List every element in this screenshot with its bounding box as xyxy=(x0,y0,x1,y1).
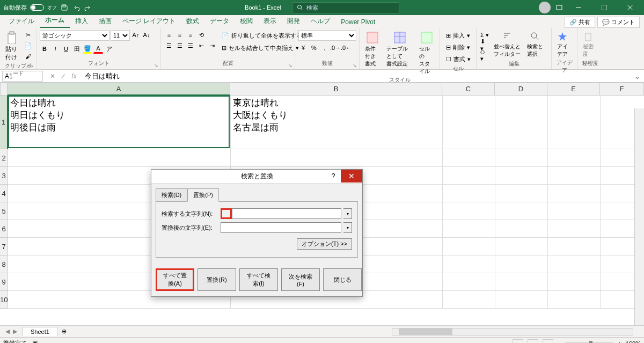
zoom-out-icon[interactable]: − xyxy=(558,340,561,344)
zoom-level[interactable]: 160% xyxy=(626,340,641,344)
conditional-format-button[interactable]: 条件付き 書式 xyxy=(363,30,382,69)
cell[interactable] xyxy=(495,167,548,185)
merge-center-button[interactable]: ⊞ セルを結合して中央揃え ▾ xyxy=(219,42,305,54)
cell[interactable] xyxy=(548,185,601,202)
format-cells-button[interactable]: ☐ 書式 ▾ xyxy=(443,54,473,65)
col-header-E[interactable]: E xyxy=(547,83,600,96)
cell[interactable] xyxy=(548,273,601,291)
cell[interactable] xyxy=(443,238,495,256)
cell[interactable] xyxy=(443,256,495,273)
cell[interactable] xyxy=(443,185,495,202)
align-top-icon[interactable]: ≡ xyxy=(164,30,174,40)
row-header-10[interactable]: 10 xyxy=(0,291,8,309)
col-header-F[interactable]: F xyxy=(600,83,644,96)
cell[interactable] xyxy=(443,167,495,185)
undo-icon[interactable] xyxy=(72,3,80,12)
redo-icon[interactable] xyxy=(84,3,92,12)
cell[interactable] xyxy=(495,256,548,273)
sheet-tab-1[interactable]: Sheet1 xyxy=(23,327,57,336)
align-middle-icon[interactable]: ≡ xyxy=(175,30,185,40)
align-bottom-icon[interactable]: ≡ xyxy=(186,30,195,40)
font-color-icon[interactable]: A xyxy=(93,44,103,54)
clipboard-launcher[interactable]: ↘ xyxy=(30,63,35,68)
sort-filter-button[interactable]: 並べ替えと フィルター xyxy=(492,30,523,59)
col-header-D[interactable]: D xyxy=(495,83,547,96)
cell[interactable] xyxy=(443,202,495,220)
dialog-titlebar[interactable]: 検索と置換 ? ✕ xyxy=(151,170,362,184)
cell-styles-button[interactable]: セルの スタイル xyxy=(417,30,436,76)
replace-button[interactable]: 置換(R) xyxy=(197,268,236,291)
cell[interactable] xyxy=(231,149,443,167)
cell[interactable] xyxy=(548,220,601,238)
col-header-B[interactable]: B xyxy=(230,83,442,96)
page-layout-view-icon[interactable] xyxy=(528,339,538,344)
increase-decimal-icon[interactable]: .0→ xyxy=(331,43,340,53)
col-header-C[interactable]: C xyxy=(442,83,495,96)
idea-button[interactable]: アイ デア xyxy=(555,30,570,59)
row-header-3[interactable]: 3 xyxy=(0,167,8,185)
find-select-button[interactable]: 検索と 選択 xyxy=(525,30,545,59)
cell[interactable] xyxy=(548,291,601,309)
cell[interactable] xyxy=(548,238,601,256)
cell[interactable] xyxy=(443,220,495,238)
select-all-corner[interactable] xyxy=(0,83,8,96)
row-header-4[interactable]: 4 xyxy=(0,185,8,202)
maximize-button[interactable] xyxy=(594,0,615,15)
indent-inc-icon[interactable]: ⇥ xyxy=(207,41,217,50)
ribbon-display-icon[interactable] xyxy=(555,3,564,12)
indent-dec-icon[interactable]: ⇤ xyxy=(196,41,206,50)
tab-home[interactable]: ホーム xyxy=(40,13,70,28)
bold-button[interactable]: B xyxy=(40,44,49,54)
find-next-button[interactable]: 次を検索(F) xyxy=(281,268,320,291)
comma-icon[interactable]: , xyxy=(320,43,330,53)
fill-color-icon[interactable]: 🪣 xyxy=(83,44,92,54)
enter-formula-icon[interactable]: ✓ xyxy=(59,72,68,80)
cell[interactable] xyxy=(548,256,601,273)
italic-button[interactable]: I xyxy=(50,44,60,54)
replace-history-dropdown[interactable]: ▾ xyxy=(343,222,352,233)
font-launcher[interactable]: ↘ xyxy=(154,63,159,68)
tab-page-layout[interactable]: ページ レイアウト xyxy=(117,14,181,28)
cell[interactable]: 東京は晴れ 大阪はくもり 名古屋は雨 xyxy=(231,96,443,149)
cell[interactable] xyxy=(495,220,548,238)
cell[interactable]: 今日は晴れ 明日はくもり 明後日は雨 xyxy=(8,96,231,149)
vertical-scrollbar[interactable] xyxy=(634,108,644,325)
sheet-nav-next-icon[interactable]: ▶ xyxy=(13,328,17,335)
replace-all-button[interactable]: すべて置換(A) xyxy=(156,268,194,291)
increase-font-icon[interactable]: A↑ xyxy=(131,30,141,40)
align-left-icon[interactable]: ☰ xyxy=(164,41,174,50)
cut-icon[interactable]: ✂ xyxy=(23,30,33,40)
tab-help[interactable]: ヘルプ xyxy=(305,14,335,28)
cell[interactable] xyxy=(495,291,548,309)
paste-button[interactable]: 貼り付け xyxy=(3,30,21,62)
cell[interactable] xyxy=(495,185,548,202)
tab-developer[interactable]: 開発 xyxy=(282,14,305,28)
row-header-9[interactable]: 9 xyxy=(0,273,8,291)
replace-with-input[interactable] xyxy=(221,222,341,233)
decrease-decimal-icon[interactable]: .0← xyxy=(341,43,351,53)
options-button[interactable]: オプション(T) >> xyxy=(297,238,352,250)
number-launcher[interactable]: ↘ xyxy=(353,63,358,68)
add-sheet-button[interactable]: ⊕ xyxy=(57,328,71,335)
align-right-icon[interactable]: ☰ xyxy=(186,41,195,50)
sheet-nav-prev-icon[interactable]: ◀ xyxy=(5,328,10,335)
tab-formulas[interactable]: 数式 xyxy=(181,14,204,28)
delete-cells-button[interactable]: ⊟ 削除 ▾ xyxy=(443,42,473,53)
border-icon[interactable]: 田 xyxy=(72,44,82,54)
cell[interactable] xyxy=(443,273,495,291)
horizontal-scrollbar[interactable] xyxy=(392,328,633,335)
close-dialog-button[interactable]: 閉じる xyxy=(323,268,362,291)
cell[interactable] xyxy=(495,273,548,291)
cancel-formula-icon[interactable]: ✕ xyxy=(48,72,57,80)
tab-draw[interactable]: 描画 xyxy=(93,14,117,28)
tab-view[interactable]: 表示 xyxy=(258,14,282,28)
cell[interactable] xyxy=(495,96,548,149)
row-header-2[interactable]: 2 xyxy=(0,149,8,167)
dialog-help-button[interactable]: ? xyxy=(327,170,340,183)
formula-input[interactable] xyxy=(82,71,631,82)
decrease-font-icon[interactable]: A↓ xyxy=(142,30,151,40)
format-table-button[interactable]: テーブルとして 書式設定 xyxy=(384,30,415,69)
row-header-6[interactable]: 6 xyxy=(0,220,8,238)
cell[interactable] xyxy=(495,202,548,220)
fx-icon[interactable]: fx xyxy=(70,72,78,80)
